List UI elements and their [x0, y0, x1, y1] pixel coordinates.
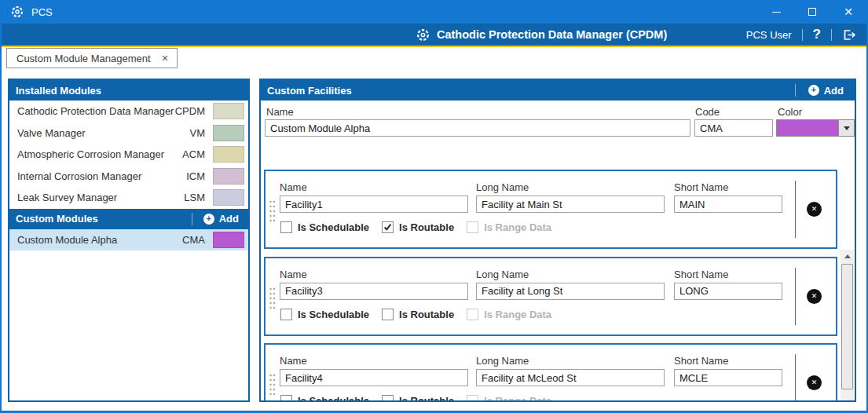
- custom-facilities-header: Custom Facilities Add: [261, 80, 855, 101]
- add-module-button[interactable]: Add: [192, 213, 248, 225]
- modules-panel: Installed Modules Cathodic Protection Da…: [8, 79, 250, 402]
- facility-name-input[interactable]: [280, 196, 468, 213]
- is-schedulable-checkbox[interactable]: Is Schedulable: [280, 309, 369, 320]
- name-label: Name: [266, 106, 294, 118]
- module-color-swatch: [213, 146, 244, 163]
- code-label: Code: [695, 106, 720, 118]
- logout-icon[interactable]: [842, 28, 857, 42]
- facility-long-name-label: Long Name: [476, 355, 665, 367]
- facility-short-name-input[interactable]: [674, 283, 782, 300]
- module-code-input[interactable]: [694, 119, 773, 137]
- scrollbar-thumb[interactable]: [841, 264, 853, 389]
- menu-separator: [802, 29, 803, 41]
- module-color-swatch: [213, 125, 244, 141]
- module-name-input[interactable]: [265, 119, 690, 137]
- card-separator: [795, 354, 796, 402]
- remove-facility-button[interactable]: ✕: [807, 202, 822, 217]
- menu-separator: [831, 29, 832, 41]
- module-list-item[interactable]: Atmospheric Corrosion Manager ACM: [9, 144, 248, 166]
- facility-long-name-label: Long Name: [476, 269, 665, 280]
- facility-long-name-input[interactable]: [476, 283, 665, 300]
- module-code: CPDM: [175, 105, 205, 117]
- facility-name-input[interactable]: [280, 283, 468, 300]
- is-range-data-checkbox: Is Range Data: [467, 221, 551, 233]
- module-name: Valve Manager: [17, 127, 190, 139]
- add-module-label: Add: [219, 213, 239, 225]
- facility-name-label: Name: [280, 269, 468, 280]
- module-list-item[interactable]: Custom Module Alpha CMA: [9, 229, 248, 251]
- facility-name-label: Name: [280, 181, 468, 193]
- drag-handle-icon[interactable]: [269, 199, 277, 223]
- scroll-up-icon[interactable]: [841, 250, 854, 263]
- module-color-swatch: [213, 189, 244, 206]
- menu-bar: Cathodic Protection Data Manager (CPDM) …: [0, 24, 868, 47]
- close-button[interactable]: ✕: [830, 0, 866, 24]
- is-range-data-checkbox: Is Range Data: [467, 309, 551, 320]
- module-code: ACM: [182, 148, 205, 160]
- installed-modules-header: Installed Modules: [9, 80, 248, 101]
- module-color-swatch: [213, 168, 244, 185]
- card-separator: [795, 181, 796, 238]
- is-schedulable-checkbox[interactable]: Is Schedulable: [280, 221, 369, 233]
- module-name: Custom Module Alpha: [17, 234, 182, 246]
- remove-facility-button[interactable]: ✕: [807, 375, 822, 390]
- facility-flags: Is Schedulable Is Routable Is Range Data: [280, 309, 551, 320]
- cpdm-logo-icon: [416, 28, 430, 42]
- custom-modules-header: Custom Modules Add: [9, 209, 248, 229]
- color-label: Color: [778, 106, 802, 118]
- custom-modules-list: Custom Module Alpha CMA: [9, 229, 248, 251]
- app-title: Cathodic Protection Data Manager (CPDM): [437, 28, 667, 41]
- module-name: Atmospheric Corrosion Manager: [17, 148, 182, 160]
- minimize-button[interactable]: [758, 0, 794, 24]
- module-list-item[interactable]: Cathodic Protection Data Manager CPDM: [9, 101, 248, 122]
- is-routable-checkbox[interactable]: Is Routable: [382, 309, 454, 320]
- help-button[interactable]: ?: [813, 27, 821, 42]
- tab-close-icon[interactable]: ✕: [162, 54, 169, 63]
- facility-card: Name Long Name Short Name Is Schedulable…: [264, 170, 837, 249]
- module-name: Cathodic Protection Data Manager: [17, 105, 175, 117]
- add-icon: [808, 85, 819, 96]
- facility-flags: Is Schedulable Is Routable Is Range Data: [280, 221, 551, 233]
- app-window: PCS ✕ Cathodic Protection Data Manager (…: [0, 0, 868, 413]
- facility-name-label: Name: [280, 355, 468, 367]
- card-separator: [795, 268, 796, 325]
- module-code: ICM: [186, 170, 205, 182]
- module-info-form: Name Code Color: [261, 101, 855, 143]
- facility-short-name-label: Short Name: [674, 355, 782, 367]
- facility-long-name-input[interactable]: [476, 196, 665, 213]
- module-list-item[interactable]: Valve Manager VM: [9, 122, 248, 144]
- module-information-panel: Module Information Delete Save: [259, 79, 856, 402]
- current-user-label: PCS User: [746, 29, 792, 41]
- module-list-item[interactable]: Leak Survey Manager LSM: [9, 187, 248, 209]
- is-routable-checkbox[interactable]: Is Routable: [382, 395, 454, 402]
- installed-modules-list: Cathodic Protection Data Manager CPDM Va…: [9, 101, 248, 209]
- is-schedulable-checkbox[interactable]: Is Schedulable: [280, 395, 369, 402]
- facility-short-name-input[interactable]: [674, 196, 782, 213]
- tab-custom-module-management[interactable]: Custom Module Management ✕: [6, 48, 178, 68]
- module-code: CMA: [182, 234, 205, 246]
- module-list-item[interactable]: Internal Corrosion Manager ICM: [9, 166, 248, 188]
- chevron-down-icon[interactable]: [838, 120, 854, 136]
- facility-name-input[interactable]: [280, 369, 468, 386]
- drag-handle-icon[interactable]: [269, 373, 277, 397]
- add-facility-label: Add: [824, 85, 844, 97]
- window-border: [0, 0, 2, 413]
- facility-card: Name Long Name Short Name Is Schedulable…: [264, 343, 837, 402]
- facility-flags: Is Schedulable Is Routable Is Range Data: [280, 395, 551, 402]
- custom-facilities-title: Custom Facilities: [261, 85, 352, 97]
- facility-short-name-input[interactable]: [674, 369, 782, 386]
- title-bar: PCS ✕: [0, 0, 868, 24]
- facilities-scrollbar[interactable]: [841, 250, 854, 402]
- is-routable-checkbox[interactable]: Is Routable: [382, 221, 454, 233]
- remove-facility-button[interactable]: ✕: [807, 289, 822, 304]
- module-code: VM: [190, 127, 206, 139]
- facility-long-name-label: Long Name: [476, 181, 665, 193]
- facility-long-name-input[interactable]: [476, 369, 665, 386]
- maximize-button[interactable]: [794, 0, 830, 24]
- module-code: LSM: [184, 192, 205, 203]
- custom-modules-title: Custom Modules: [9, 213, 98, 225]
- color-dropdown[interactable]: [776, 119, 855, 137]
- add-facility-button[interactable]: Add: [796, 85, 855, 97]
- drag-handle-icon[interactable]: [269, 287, 277, 310]
- facility-short-name-label: Short Name: [674, 269, 782, 280]
